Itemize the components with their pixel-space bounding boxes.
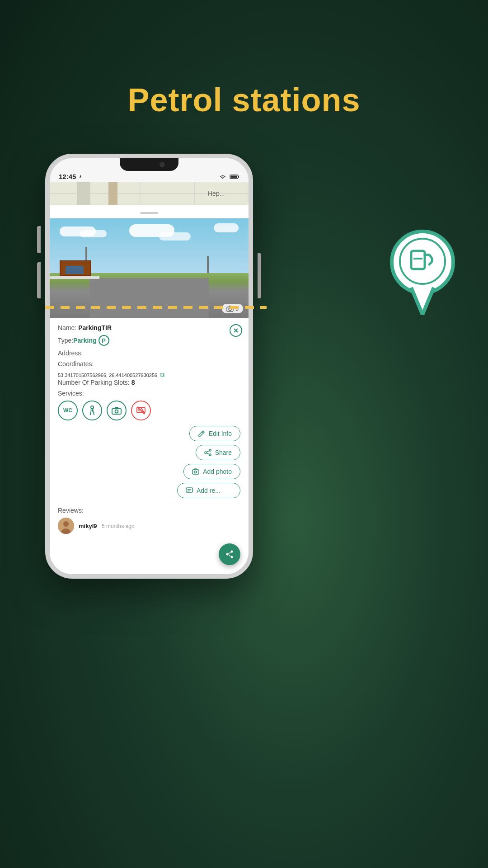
map-strip[interactable]: Нер... xyxy=(50,182,249,205)
dashed-line xyxy=(45,303,267,312)
service-wc[interactable]: WC xyxy=(58,401,78,420)
svg-point-45 xyxy=(63,521,69,527)
copy-coordinates-button[interactable]: ⧉ xyxy=(160,371,164,379)
parking-badge: P xyxy=(99,335,109,346)
status-time: 12:45 xyxy=(59,173,83,180)
svg-point-48 xyxy=(231,551,233,553)
phone-power-button xyxy=(258,253,261,298)
phone-mockup: 12:45 xyxy=(45,154,253,579)
car xyxy=(66,266,84,274)
add-photo-button[interactable]: Add photo xyxy=(183,464,240,479)
location-icon xyxy=(78,174,83,179)
cloud-4 xyxy=(159,232,191,241)
address-row: Address: xyxy=(58,349,240,357)
phone-volume-down-button xyxy=(37,262,41,298)
coordinates-row: 53.341701507562966, 26.441400527930256 ⧉ xyxy=(58,371,240,379)
svg-text:Нер...: Нер... xyxy=(208,190,225,197)
svg-rect-11 xyxy=(231,175,237,178)
svg-point-35 xyxy=(209,454,211,456)
reviews-label: Reviews: xyxy=(58,507,240,514)
svg-point-36 xyxy=(205,452,206,453)
service-no-fire[interactable] xyxy=(131,401,151,420)
notch-camera xyxy=(160,162,165,167)
add-photo-icon xyxy=(192,468,199,475)
svg-point-47 xyxy=(226,553,229,556)
svg-line-33 xyxy=(202,432,203,433)
status-icons xyxy=(219,174,239,179)
svg-line-37 xyxy=(206,451,209,452)
add-photo-label: Add photo xyxy=(203,468,232,475)
parking-slots-label: Number Of Parking Slots: xyxy=(58,379,130,386)
coordinates-value: 53.341701507562966, 26.441400527930256 xyxy=(58,373,157,378)
map-pin-decoration xyxy=(384,226,461,318)
svg-rect-12 xyxy=(238,176,239,178)
curb xyxy=(50,276,99,279)
name-value: ParkingTIR xyxy=(78,324,112,331)
svg-marker-9 xyxy=(80,175,81,178)
svg-line-50 xyxy=(229,552,231,554)
drag-handle[interactable] xyxy=(50,205,249,218)
svg-point-49 xyxy=(231,556,233,558)
name-row: Name: ParkingTIR xyxy=(58,324,240,331)
parking-slots-row: Number Of Parking Slots: 8 xyxy=(58,379,240,386)
share-button[interactable]: Share xyxy=(196,445,240,460)
info-panel: Name: ParkingTIR Type: Parking P Address… xyxy=(50,318,249,574)
svg-rect-19 xyxy=(108,182,117,205)
services-label-row: Services: xyxy=(58,390,240,397)
svg-point-27 xyxy=(115,410,118,413)
name-label: Name: xyxy=(58,324,76,331)
add-review-icon xyxy=(186,487,193,494)
action-buttons: Edit Info Share xyxy=(58,426,240,498)
add-review-button[interactable]: Add re... xyxy=(177,483,240,498)
review-time: 5 months ago xyxy=(102,523,135,529)
type-row: Type: Parking P xyxy=(58,335,240,346)
reviews-section: Reviews: mikyI9 5 months ago xyxy=(58,503,240,534)
parking-slots-value: 8 xyxy=(131,379,135,386)
services-label: Services: xyxy=(58,390,84,397)
cloud-5 xyxy=(214,223,239,232)
battery-icon xyxy=(230,174,239,179)
services-row: WC xyxy=(58,401,240,420)
phone-volume-up-button xyxy=(37,226,41,253)
edit-info-label: Edit Info xyxy=(209,430,232,437)
close-button[interactable] xyxy=(230,324,242,337)
share-icon xyxy=(204,449,211,456)
page-title: Petrol stations xyxy=(0,0,488,118)
svg-line-38 xyxy=(206,453,209,454)
address-label: Address: xyxy=(58,349,83,357)
service-shower[interactable] xyxy=(82,401,102,420)
reviewer-avatar xyxy=(58,518,74,534)
reviewer-name: mikyI9 xyxy=(79,523,97,529)
edit-icon xyxy=(198,430,205,437)
edit-info-button[interactable]: Edit Info xyxy=(189,426,240,441)
service-camera[interactable] xyxy=(107,401,127,420)
reviewer-info: mikyI9 5 months ago xyxy=(79,522,135,530)
coordinates-label-row: Coordinates: xyxy=(58,360,240,368)
type-value: Parking xyxy=(73,337,96,344)
svg-rect-39 xyxy=(192,470,199,474)
add-review-label: Add re... xyxy=(197,487,221,494)
wifi-icon xyxy=(219,174,227,179)
svg-point-34 xyxy=(209,449,211,451)
type-label: Type: xyxy=(58,337,73,344)
phone-notch xyxy=(120,158,178,171)
cloud-2 xyxy=(80,230,107,237)
review-item: mikyI9 5 months ago xyxy=(58,518,240,534)
svg-rect-18 xyxy=(77,182,90,205)
coordinates-label: Coordinates: xyxy=(58,360,94,368)
share-label: Share xyxy=(215,449,232,456)
svg-line-51 xyxy=(229,555,231,557)
fab-button[interactable] xyxy=(219,543,240,565)
svg-rect-41 xyxy=(186,488,192,492)
svg-point-40 xyxy=(195,471,197,473)
